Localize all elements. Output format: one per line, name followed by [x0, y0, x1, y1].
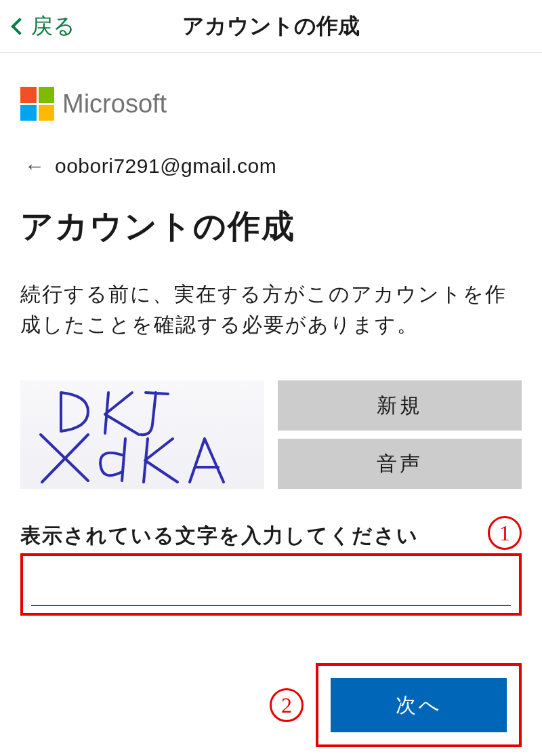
- email-back-row[interactable]: ← oobori7291@gmail.com: [20, 155, 522, 178]
- captcha-row: 新規 音声: [20, 380, 522, 489]
- captcha-buttons: 新規 音声: [278, 380, 522, 489]
- header-bar: 戻る アカウントの作成: [0, 0, 542, 53]
- page-body-text: 続行する前に、実在する方がこのアカウントを作成したことを確認する必要があります。: [20, 279, 522, 340]
- next-button[interactable]: 次へ: [331, 678, 507, 732]
- main-content: Microsoft ← oobori7291@gmail.com アカウントの作…: [0, 53, 542, 756]
- back-label: 戻る: [31, 12, 75, 41]
- captcha-new-button[interactable]: 新規: [278, 380, 522, 431]
- captcha-image: [20, 380, 264, 489]
- next-section: 2 次へ: [20, 663, 522, 747]
- captcha-input[interactable]: [31, 567, 511, 606]
- brand-row: Microsoft: [20, 87, 522, 121]
- captcha-input-label: 表示されている文字を入力してください: [20, 522, 419, 550]
- annotation-marker-2: 2: [270, 688, 304, 722]
- chevron-left-icon: [11, 18, 28, 35]
- captcha-input-section: 表示されている文字を入力してください 1: [20, 516, 522, 616]
- email-address: oobori7291@gmail.com: [55, 155, 276, 178]
- brand-name: Microsoft: [62, 89, 167, 119]
- captcha-audio-button[interactable]: 音声: [278, 439, 522, 489]
- annotation-box-1: [20, 553, 522, 616]
- microsoft-logo-icon: [20, 87, 54, 121]
- annotation-box-2: 次へ: [316, 663, 522, 747]
- captcha-glyphs-icon: [20, 380, 264, 489]
- page-title: アカウントの作成: [0, 12, 542, 41]
- arrow-left-icon: ←: [24, 155, 45, 178]
- page-heading: アカウントの作成: [20, 205, 522, 248]
- back-button[interactable]: 戻る: [0, 12, 75, 41]
- annotation-marker-1: 1: [488, 516, 522, 550]
